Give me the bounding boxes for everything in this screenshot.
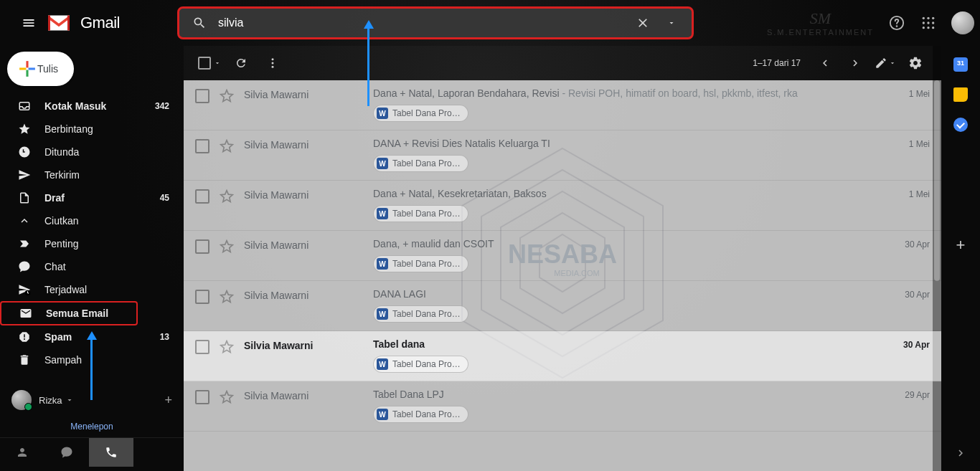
- spam-icon: [17, 330, 32, 344]
- email-row[interactable]: Silvia MawarniTabel danaWTabel Dana Pro……: [184, 331, 941, 381]
- hangouts-tab[interactable]: [44, 438, 89, 467]
- email-row[interactable]: Silvia MawarniDANA + Revisi Dies Natalis…: [184, 130, 941, 181]
- sidebar-footer: Rizka + Menelepon: [0, 380, 184, 471]
- email-date: 30 Apr: [887, 288, 930, 300]
- subject: Dana + Natal, Laporan Bendahara, Revisi: [373, 87, 560, 99]
- compose-button[interactable]: Tulis: [7, 52, 74, 86]
- email-row[interactable]: Silvia MawarniTabel Dana LPJWTabel Dana …: [184, 381, 941, 432]
- row-checkbox[interactable]: [195, 189, 209, 204]
- row-star[interactable]: [220, 340, 234, 354]
- prev-page-button[interactable]: [811, 49, 839, 77]
- word-doc-icon: W: [377, 358, 388, 370]
- email-list[interactable]: NESABA MEDIA.COM Silvia MawarniDana + Na…: [184, 80, 941, 471]
- side-panel: +: [941, 46, 980, 471]
- tasks-addon[interactable]: [953, 118, 968, 132]
- attachment-chip[interactable]: WTabel Dana Pro…: [373, 155, 468, 172]
- sidebar-item-label: Ditunda: [44, 146, 169, 158]
- sidebar-item-label: Kotak Masuk: [44, 100, 155, 112]
- sidebar-item-send[interactable]: Terkirim: [0, 163, 178, 186]
- get-addons-button[interactable]: +: [956, 236, 966, 254]
- search-input[interactable]: [214, 16, 628, 29]
- calendar-addon[interactable]: [953, 57, 968, 72]
- calling-link[interactable]: Menelepon: [0, 416, 184, 437]
- caret-down-icon: [65, 396, 74, 404]
- subject: DANA LAGI: [373, 288, 426, 300]
- support-button[interactable]: [882, 9, 911, 37]
- search-button[interactable]: [185, 9, 214, 37]
- email-date: 30 Apr: [887, 338, 930, 350]
- row-star[interactable]: [220, 189, 234, 204]
- row-star[interactable]: [220, 239, 234, 254]
- sidebar-item-allmail[interactable]: Semua Email: [0, 301, 138, 325]
- main-menu-button[interactable]: [11, 6, 46, 40]
- refresh-button[interactable]: [227, 49, 255, 77]
- email-row[interactable]: Silvia MawarniDana, + maulid dan CSOITWT…: [184, 231, 941, 281]
- sender-name: Silvia Mawarni: [244, 238, 373, 251]
- allmail-icon: [19, 306, 33, 320]
- row-star[interactable]: [220, 139, 234, 153]
- sidebar-item-trash[interactable]: Sampah: [0, 348, 178, 371]
- more-button[interactable]: [258, 49, 287, 77]
- important-icon: [17, 237, 32, 251]
- sidebar-item-label: Semua Email: [46, 308, 128, 319]
- apps-button[interactable]: [914, 9, 943, 37]
- next-page-button[interactable]: [841, 49, 870, 77]
- person-icon: [16, 446, 29, 459]
- row-star[interactable]: [220, 89, 234, 103]
- sidebar-item-spam[interactable]: Spam13: [0, 325, 178, 348]
- hangouts-tabs: [0, 437, 184, 467]
- settings-button[interactable]: [901, 49, 930, 77]
- phone-tab[interactable]: [89, 438, 133, 467]
- compose-plus-icon: [17, 59, 37, 79]
- apps-grid-icon: [921, 16, 936, 30]
- input-tools-button[interactable]: [871, 49, 900, 77]
- sidebar-item-clock[interactable]: Ditunda: [0, 141, 178, 163]
- row-checkbox[interactable]: [195, 89, 209, 103]
- subject: Tabel Dana LPJ: [373, 389, 444, 400]
- email-row[interactable]: Silvia MawarniDana + Natal, Laporan Bend…: [184, 80, 941, 130]
- sidebar-item-schedule[interactable]: Terjadwal: [0, 278, 178, 301]
- word-doc-icon: W: [377, 208, 388, 219]
- select-all-checkbox[interactable]: [195, 49, 224, 77]
- contacts-tab[interactable]: [0, 438, 44, 467]
- email-row[interactable]: Silvia MawarniDANA LAGIWTabel Dana Pro…3…: [184, 281, 941, 331]
- row-checkbox[interactable]: [195, 290, 209, 304]
- sidebar-item-label: Ciutkan: [44, 215, 169, 227]
- email-date: 29 Apr: [887, 389, 930, 400]
- attachment-chip[interactable]: WTabel Dana Pro…: [373, 105, 468, 122]
- sidebar-item-collapse[interactable]: Ciutkan: [0, 209, 178, 232]
- word-doc-icon: W: [377, 258, 388, 270]
- account-avatar[interactable]: [951, 11, 974, 34]
- email-content: Tabel danaWTabel Dana Pro…: [373, 338, 887, 373]
- gmail-logo[interactable]: Gmail: [46, 13, 120, 33]
- send-icon: [17, 168, 32, 182]
- hide-panel-button[interactable]: [954, 447, 967, 460]
- sidebar-item-chat[interactable]: Chat: [0, 255, 178, 278]
- attachment-chip[interactable]: WTabel Dana Pro…: [373, 356, 468, 373]
- sidebar-item-inbox[interactable]: Kotak Masuk342: [0, 95, 178, 118]
- email-row[interactable]: Silvia MawarniDana + Natal, Kesekretaria…: [184, 181, 941, 231]
- search-container: [177, 6, 694, 39]
- svg-point-3: [927, 17, 929, 19]
- new-conversation-button[interactable]: +: [164, 393, 172, 408]
- row-checkbox[interactable]: [195, 390, 209, 404]
- chat-bubble-icon: [60, 446, 73, 459]
- sidebar-item-draft[interactable]: Draf45: [0, 186, 178, 209]
- attachment-chip[interactable]: WTabel Dana Pro…: [373, 305, 468, 323]
- row-checkbox[interactable]: [195, 139, 209, 153]
- clear-search-button[interactable]: [628, 9, 657, 37]
- attachment-chip[interactable]: WTabel Dana Pro…: [373, 406, 468, 423]
- row-star[interactable]: [220, 290, 234, 304]
- row-checkbox[interactable]: [195, 239, 209, 254]
- attachment-chip[interactable]: WTabel Dana Pro…: [373, 255, 468, 272]
- hangouts-user[interactable]: Rizka +: [0, 384, 184, 416]
- keep-addon[interactable]: [953, 87, 968, 102]
- svg-point-2: [923, 17, 925, 19]
- sidebar-item-label: Terjadwal: [44, 284, 169, 295]
- search-options-button[interactable]: [657, 9, 686, 37]
- sidebar-item-star[interactable]: Berbintang: [0, 118, 178, 141]
- row-star[interactable]: [220, 390, 234, 404]
- row-checkbox[interactable]: [195, 340, 209, 354]
- attachment-chip[interactable]: WTabel Dana Pro…: [373, 205, 468, 222]
- sidebar-item-important[interactable]: Penting: [0, 232, 178, 255]
